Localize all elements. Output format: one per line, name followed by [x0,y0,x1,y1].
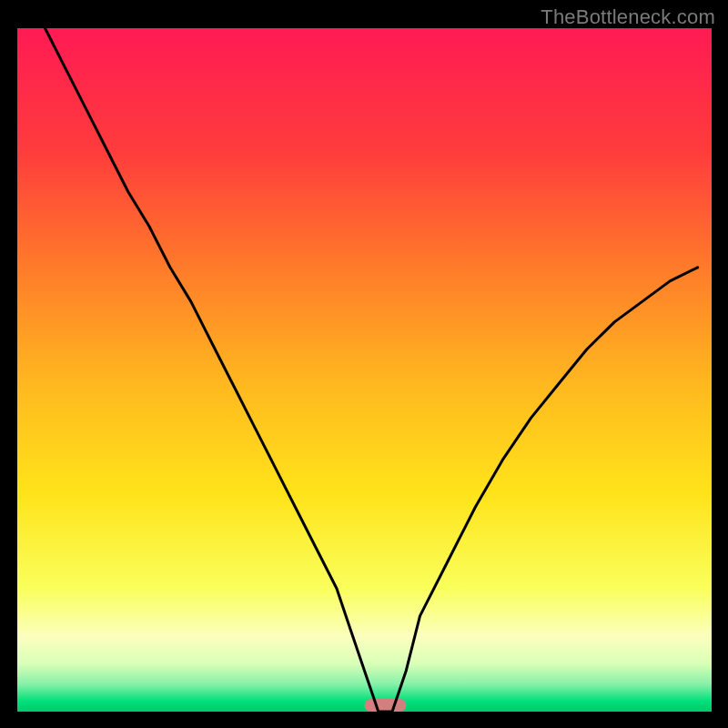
plot-background [17,28,712,712]
watermark-text: TheBottleneck.com [541,5,715,29]
optimal-marker [365,699,407,712]
bottleneck-chart [0,0,728,728]
chart-svg [0,0,728,728]
